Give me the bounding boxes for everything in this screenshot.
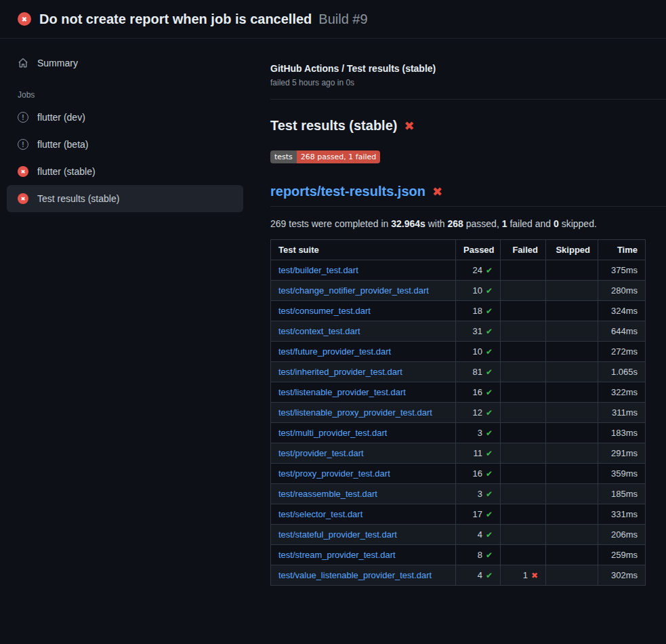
summary-fragment: passed, <box>463 218 502 229</box>
sidebar-item-job[interactable]: !flutter (beta) <box>7 131 243 158</box>
fail-count-cell <box>501 321 546 342</box>
badge-label: tests <box>270 150 297 163</box>
test-suite-link[interactable]: test/change_notifier_provider_test.dart <box>278 285 429 296</box>
table-row: test/inherited_provider_test.dart81✔1.06… <box>271 362 646 382</box>
test-suite-link[interactable]: test/multi_provider_test.dart <box>278 428 387 438</box>
test-suite-link[interactable]: test/consumer_test.dart <box>278 306 371 316</box>
x-circle-icon: ✖ <box>18 193 28 204</box>
count-value: 81 <box>472 367 482 377</box>
check-icon: ✔ <box>486 286 493 296</box>
pass-count-cell: 11✔ <box>456 443 501 464</box>
test-suite-link[interactable]: test/listenable_provider_test.dart <box>278 387 406 397</box>
pass-count-cell: 16✔ <box>456 382 501 403</box>
summary-text: 269 tests were completed in 32.964s with… <box>270 218 666 229</box>
jobs-list: !flutter (dev)!flutter (beta)✖flutter (s… <box>7 104 243 212</box>
skipped-count-cell <box>546 464 598 484</box>
pass-count-cell: 8✔ <box>456 545 501 565</box>
table-row: test/change_notifier_provider_test.dart1… <box>271 281 646 301</box>
col-time: Time <box>598 240 646 260</box>
skipped-count-cell <box>546 342 598 362</box>
time-cell: 311ms <box>598 403 646 423</box>
fail-count-cell <box>501 443 546 464</box>
skipped-count-cell <box>546 545 598 565</box>
fail-count-cell <box>501 504 546 525</box>
test-suite-cell: test/stream_provider_test.dart <box>271 545 456 565</box>
count-value: 1 <box>523 570 528 580</box>
col-skipped: Skipped <box>546 240 598 260</box>
sidebar-item-summary[interactable]: Summary <box>7 49 243 77</box>
test-suite-cell: test/provider_test.dart <box>271 443 456 464</box>
section-title-text: Test results (stable) <box>270 118 397 134</box>
run-status-line: failed 5 hours ago in 0s <box>270 78 666 87</box>
test-suite-cell: test/context_test.dart <box>271 321 456 342</box>
skipped-count-cell <box>546 321 598 342</box>
fail-count-cell <box>501 362 546 382</box>
test-suite-link[interactable]: test/provider_test.dart <box>278 448 364 458</box>
time-cell: 359ms <box>598 464 646 484</box>
skipped-count-cell <box>546 504 598 525</box>
fail-count-cell <box>501 423 546 443</box>
report-link[interactable]: reports/test-results.json <box>270 184 425 199</box>
x-circle-icon: ✖ <box>18 12 31 26</box>
test-table-body: test/builder_test.dart24✔375mstest/chang… <box>271 260 646 586</box>
sidebar: Summary Jobs !flutter (dev)!flutter (bet… <box>0 39 259 212</box>
table-row: test/builder_test.dart24✔375ms <box>271 260 646 281</box>
count-value: 16 <box>472 468 482 479</box>
test-suite-link[interactable]: test/inherited_provider_test.dart <box>278 367 402 377</box>
check-icon: ✔ <box>486 327 493 336</box>
test-suite-link[interactable]: test/value_listenable_provider_test.dart <box>278 570 432 580</box>
alert-circle-icon: ! <box>18 112 28 123</box>
table-row: test/provider_test.dart11✔291ms <box>271 443 646 464</box>
test-suite-link[interactable]: test/stream_provider_test.dart <box>278 550 396 560</box>
skipped-count-cell <box>546 525 598 545</box>
sidebar-item-label: Summary <box>37 58 78 68</box>
sidebar-item-job[interactable]: ✖flutter (stable) <box>7 158 243 185</box>
summary-fragment: failed and <box>507 218 554 229</box>
skipped-count-cell <box>546 443 598 464</box>
sidebar-item-label: flutter (stable) <box>37 166 96 177</box>
pass-count-cell: 17✔ <box>456 504 501 525</box>
fail-count-cell <box>501 301 546 321</box>
count-value: 24 <box>472 265 482 275</box>
count-value: 8 <box>478 550 482 560</box>
fail-count-cell <box>501 342 546 362</box>
table-row: test/proxy_provider_test.dart16✔359ms <box>271 464 646 484</box>
test-suite-link[interactable]: test/context_test.dart <box>278 326 360 336</box>
test-suite-link[interactable]: test/stateful_provider_test.dart <box>278 529 397 540</box>
sidebar-item-job[interactable]: !flutter (dev) <box>7 104 243 131</box>
time-cell: 375ms <box>598 260 646 281</box>
time-cell: 302ms <box>598 565 646 586</box>
test-suite-cell: test/value_listenable_provider_test.dart <box>271 565 456 586</box>
table-row: test/consumer_test.dart18✔324ms <box>271 301 646 321</box>
time-cell: 272ms <box>598 342 646 362</box>
time-cell: 183ms <box>598 423 646 443</box>
test-suite-link[interactable]: test/builder_test.dart <box>278 265 358 275</box>
test-suite-cell: test/proxy_provider_test.dart <box>271 464 456 484</box>
check-icon: ✔ <box>486 489 493 499</box>
test-suite-link[interactable]: test/reassemble_test.dart <box>278 489 377 499</box>
sidebar-item-label: flutter (dev) <box>37 112 85 123</box>
test-suite-link[interactable]: test/future_provider_test.dart <box>278 346 391 357</box>
summary-fragment: skipped. <box>559 218 597 229</box>
sidebar-item-label: Test results (stable) <box>37 193 119 204</box>
sidebar-item-job[interactable]: ✖Test results (stable) <box>7 185 243 212</box>
time-cell: 644ms <box>598 321 646 342</box>
count-value: 18 <box>472 306 482 316</box>
test-suite-link[interactable]: test/selector_test.dart <box>278 509 362 519</box>
pass-count-cell: 10✔ <box>456 342 501 362</box>
fail-count-cell <box>501 484 546 504</box>
test-suite-link[interactable]: test/listenable_proxy_provider_test.dart <box>278 407 432 418</box>
check-icon: ✔ <box>486 266 493 275</box>
skipped-count-cell <box>546 362 598 382</box>
fail-count-cell <box>501 281 546 301</box>
test-suite-link[interactable]: test/proxy_provider_test.dart <box>278 468 390 479</box>
check-icon: ✔ <box>486 469 493 479</box>
x-circle-icon: ✖ <box>18 166 28 177</box>
badge-value: 268 passed, 1 failed <box>297 150 380 163</box>
page-body: Summary Jobs !flutter (dev)!flutter (bet… <box>0 39 666 586</box>
summary-number: 268 <box>448 218 463 229</box>
summary-fragment: with <box>425 218 448 229</box>
cross-icon: ✖ <box>531 571 538 580</box>
count-value: 4 <box>478 529 482 540</box>
count-value: 10 <box>472 285 482 296</box>
